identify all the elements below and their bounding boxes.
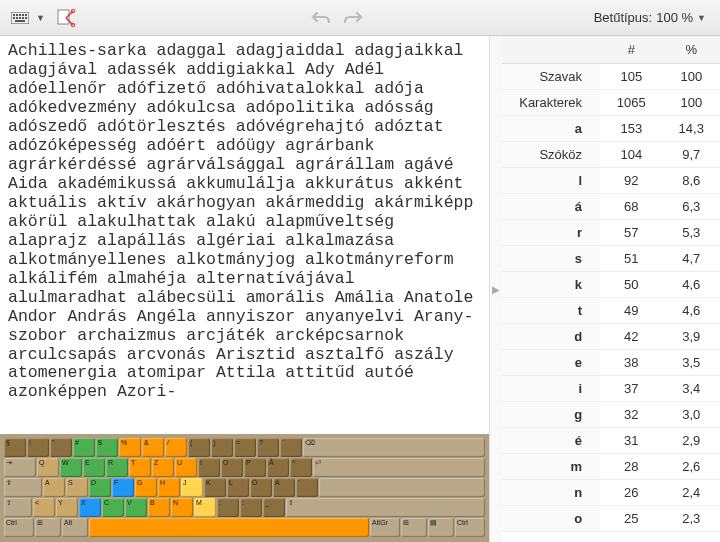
stat-pct: 2,6 xyxy=(663,454,720,480)
keyboard-preview[interactable]: §!"#$%&/()=?`⌫ ⇥QWERTZUIOPÅ^⏎ ⇪ASDFGHJKL… xyxy=(0,434,489,542)
table-row[interactable]: k504,6 xyxy=(502,272,720,298)
text-content[interactable]: Achilles-sarka adaggal adagjaiddal adagj… xyxy=(0,36,489,434)
svg-rect-9 xyxy=(22,17,24,19)
table-row[interactable]: é312,9 xyxy=(502,428,720,454)
stat-count: 92 xyxy=(600,168,662,194)
stat-pct: 2,9 xyxy=(663,428,720,454)
stat-pct: 100 xyxy=(663,64,720,90)
table-row[interactable]: n262,4 xyxy=(502,480,720,506)
table-row[interactable]: d423,9 xyxy=(502,324,720,350)
col-pct[interactable]: % xyxy=(663,36,720,64)
table-row[interactable]: t494,6 xyxy=(502,298,720,324)
stat-pct: 4,6 xyxy=(663,272,720,298)
col-key[interactable] xyxy=(502,36,600,64)
stat-count: 51 xyxy=(600,246,662,272)
font-size-label: Betűtípus: xyxy=(594,10,653,25)
stat-key: s xyxy=(502,246,600,272)
redo-icon[interactable] xyxy=(339,5,367,31)
table-row[interactable]: m282,6 xyxy=(502,454,720,480)
stat-pct: 5,3 xyxy=(663,220,720,246)
stat-pct: 14,3 xyxy=(663,116,720,142)
toolbar: ▼ Betűtípus: 100 % ▼ xyxy=(0,0,720,36)
stat-count: 68 xyxy=(600,194,662,220)
table-row[interactable]: Szóköz1049,7 xyxy=(502,142,720,168)
stat-pct: 6,3 xyxy=(663,194,720,220)
undo-icon[interactable] xyxy=(307,5,335,31)
stat-key: é xyxy=(502,428,600,454)
stat-key: g xyxy=(502,402,600,428)
stat-count: 32 xyxy=(600,402,662,428)
stat-pct: 3,5 xyxy=(663,350,720,376)
svg-rect-7 xyxy=(16,17,18,19)
stat-pct: 100 xyxy=(663,90,720,116)
stat-count: 153 xyxy=(600,116,662,142)
stat-count: 37 xyxy=(600,376,662,402)
stat-key: d xyxy=(502,324,600,350)
col-count[interactable]: # xyxy=(600,36,662,64)
stats-table: # % Szavak105100Karakterek1065100a15314,… xyxy=(502,36,720,532)
stat-pct: 3,9 xyxy=(663,324,720,350)
stat-pct: 4,7 xyxy=(663,246,720,272)
stat-pct: 3,0 xyxy=(663,402,720,428)
stat-pct: 9,7 xyxy=(663,142,720,168)
stat-count: 42 xyxy=(600,324,662,350)
table-row[interactable]: Szavak105100 xyxy=(502,64,720,90)
stat-count: 57 xyxy=(600,220,662,246)
stat-key: o xyxy=(502,506,600,532)
stat-count: 28 xyxy=(600,454,662,480)
stat-key: á xyxy=(502,194,600,220)
stats-panel: # % Szavak105100Karakterek1065100a15314,… xyxy=(502,36,720,542)
stat-count: 50 xyxy=(600,272,662,298)
table-row[interactable]: á686,3 xyxy=(502,194,720,220)
stat-count: 1065 xyxy=(600,90,662,116)
stat-key: Karakterek xyxy=(502,90,600,116)
table-row[interactable]: o252,3 xyxy=(502,506,720,532)
table-row[interactable]: s514,7 xyxy=(502,246,720,272)
svg-rect-4 xyxy=(22,14,24,16)
table-row[interactable]: a15314,3 xyxy=(502,116,720,142)
stat-key: m xyxy=(502,454,600,480)
splitter[interactable]: ▶ xyxy=(490,36,502,542)
left-panel: Achilles-sarka adaggal adagjaiddal adagj… xyxy=(0,36,490,542)
svg-rect-10 xyxy=(25,17,27,19)
chevron-down-icon[interactable]: ▼ xyxy=(36,13,48,23)
svg-rect-3 xyxy=(19,14,21,16)
font-size-value: 100 % xyxy=(656,10,693,25)
svg-point-13 xyxy=(71,9,75,13)
stat-pct: 2,3 xyxy=(663,506,720,532)
svg-rect-6 xyxy=(13,17,15,19)
stat-key: t xyxy=(502,298,600,324)
stat-key: k xyxy=(502,272,600,298)
cut-document-icon[interactable] xyxy=(52,5,80,31)
svg-rect-11 xyxy=(15,20,25,22)
stat-key: i xyxy=(502,376,600,402)
stat-key: r xyxy=(502,220,600,246)
table-row[interactable]: i373,4 xyxy=(502,376,720,402)
stat-key: l xyxy=(502,168,600,194)
table-row[interactable]: l928,6 xyxy=(502,168,720,194)
stat-pct: 3,4 xyxy=(663,376,720,402)
stat-count: 49 xyxy=(600,298,662,324)
svg-rect-5 xyxy=(25,14,27,16)
stat-count: 38 xyxy=(600,350,662,376)
table-row[interactable]: g323,0 xyxy=(502,402,720,428)
table-row[interactable]: r575,3 xyxy=(502,220,720,246)
stat-count: 105 xyxy=(600,64,662,90)
font-size-control[interactable]: Betűtípus: 100 % ▼ xyxy=(594,10,714,25)
stat-pct: 8,6 xyxy=(663,168,720,194)
stat-count: 31 xyxy=(600,428,662,454)
table-row[interactable]: e383,5 xyxy=(502,350,720,376)
stat-pct: 2,4 xyxy=(663,480,720,506)
stat-key: Szóköz xyxy=(502,142,600,168)
stat-key: a xyxy=(502,116,600,142)
main: Achilles-sarka adaggal adagjaiddal adagj… xyxy=(0,36,720,542)
stat-count: 104 xyxy=(600,142,662,168)
stat-key: e xyxy=(502,350,600,376)
stat-key: Szavak xyxy=(502,64,600,90)
svg-rect-8 xyxy=(19,17,21,19)
stat-key: n xyxy=(502,480,600,506)
svg-rect-2 xyxy=(16,14,18,16)
stat-pct: 4,6 xyxy=(663,298,720,324)
keyboard-icon[interactable] xyxy=(6,5,34,31)
table-row[interactable]: Karakterek1065100 xyxy=(502,90,720,116)
